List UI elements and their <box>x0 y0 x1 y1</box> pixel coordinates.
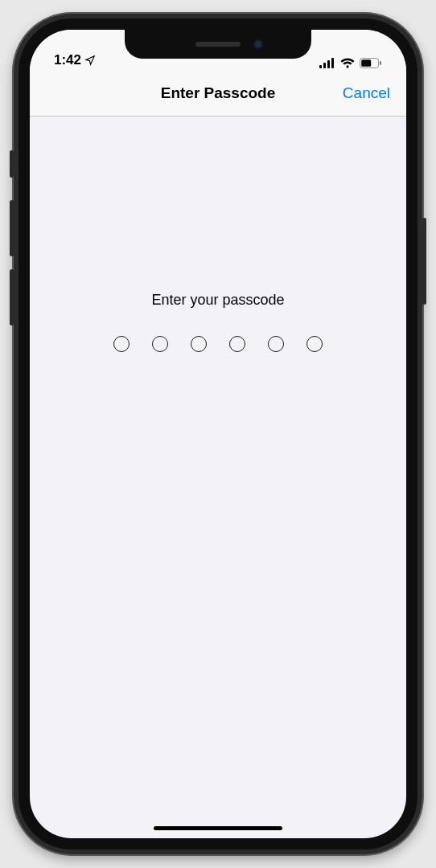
passcode-dot <box>152 336 168 352</box>
svg-rect-2 <box>327 60 330 68</box>
front-camera <box>253 39 263 49</box>
status-time: 1:42 <box>54 52 81 68</box>
location-icon <box>84 55 96 66</box>
battery-icon <box>360 58 382 68</box>
volume-down-button <box>10 269 14 326</box>
navigation-bar: Enter Passcode Cancel <box>30 70 406 117</box>
svg-rect-0 <box>319 65 322 68</box>
passcode-prompt: Enter your passcode <box>151 292 284 309</box>
svg-rect-1 <box>323 63 326 68</box>
speaker-grille <box>195 42 241 47</box>
passcode-dot <box>229 336 245 352</box>
svg-rect-6 <box>380 61 381 65</box>
silent-switch <box>10 150 14 178</box>
home-indicator[interactable] <box>154 826 282 830</box>
passcode-dots[interactable] <box>113 336 323 352</box>
volume-up-button <box>10 200 14 256</box>
svg-rect-3 <box>331 58 334 68</box>
passcode-dot <box>191 336 207 352</box>
passcode-dot <box>113 336 130 352</box>
wifi-icon <box>340 58 355 68</box>
screen: 1:42 <box>30 30 406 838</box>
cancel-button[interactable]: Cancel <box>343 84 406 102</box>
cellular-signal-icon <box>319 58 335 68</box>
device-bezel: 1:42 <box>19 18 417 850</box>
notch <box>125 30 311 59</box>
power-button <box>422 218 426 305</box>
device-frame: 1:42 <box>14 14 422 854</box>
svg-rect-5 <box>361 59 371 67</box>
passcode-content: Enter your passcode <box>30 117 406 838</box>
passcode-dot <box>268 336 284 352</box>
passcode-dot <box>306 336 323 352</box>
